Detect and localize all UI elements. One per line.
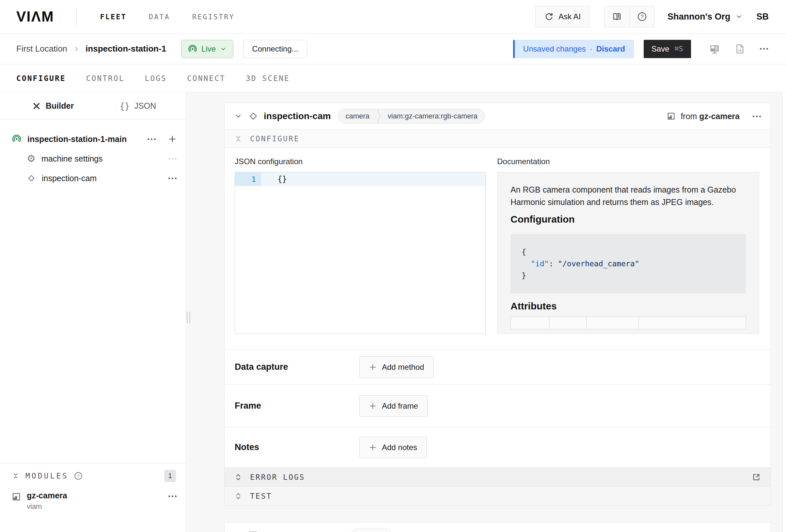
tab-logs[interactable]: LOGS — [145, 74, 167, 83]
ask-ai-sparkle-icon — [544, 12, 554, 22]
save-label: Save — [651, 44, 669, 53]
unsaved-separator: · — [590, 44, 593, 53]
builder-label: Builder — [46, 101, 74, 111]
module-name: gz-camera — [27, 491, 67, 500]
open-logs-external-icon[interactable] — [752, 472, 761, 482]
documentation-column: Documentation An RGB camera component th… — [497, 157, 759, 334]
component-menu[interactable] — [753, 116, 761, 117]
connecting-button[interactable]: Connecting... — [243, 40, 307, 58]
main-scrollbar[interactable] — [782, 93, 786, 532]
user-avatar[interactable]: SB — [756, 12, 769, 22]
module-menu[interactable] — [168, 495, 177, 497]
component-name: inspection-cam — [264, 111, 331, 121]
part-menu[interactable] — [147, 138, 156, 140]
machine-bar-icons — [709, 43, 768, 54]
add-component-icon[interactable] — [168, 135, 177, 143]
module-icon — [667, 112, 675, 120]
question-circle-icon: ? — [637, 11, 647, 22]
machine-overflow-menu[interactable] — [760, 48, 768, 50]
tree-item-machine-settings[interactable]: ⚙ machine settings — [0, 149, 186, 168]
breadcrumb-machine-name: inspection-station-1 — [86, 44, 166, 54]
frame-section: Frame Add frame — [225, 385, 771, 427]
notes-label: Notes — [235, 442, 360, 453]
doc-code-block: { "id": "/overhead_camera" } — [510, 234, 746, 294]
documentation-panel[interactable]: An RGB camera component that reads image… — [497, 172, 759, 334]
modules-header[interactable]: MODULES ? 1 — [0, 463, 186, 488]
from-module-name: gz-camera — [699, 112, 740, 121]
configure-section-bar[interactable]: CONFIGURE — [225, 129, 771, 148]
org-switcher[interactable]: Shannon's Org — [668, 12, 743, 22]
builder-mode-toggle[interactable]: Builder — [32, 101, 74, 111]
expand-icon — [234, 492, 242, 500]
module-card-gz-camera: gz-camera by viam module Registry — [224, 522, 771, 532]
add-notes-label: Add notes — [382, 443, 417, 452]
viam-logo: VIΛM — [16, 8, 54, 25]
add-notes-button[interactable]: Add notes — [360, 437, 426, 458]
machine-settings-menu[interactable] — [168, 158, 177, 160]
documentation-button[interactable] — [604, 6, 629, 27]
inspection-cam-menu[interactable] — [168, 178, 177, 179]
help-button[interactable]: ? — [629, 6, 654, 27]
doc-code-line: } — [522, 270, 735, 281]
component-type: camera — [338, 112, 376, 120]
report-file-icon[interactable] — [735, 44, 745, 54]
ask-ai-button[interactable]: Ask AI — [535, 6, 590, 27]
ask-ai-label: Ask AI — [558, 12, 581, 21]
plus-icon — [369, 402, 377, 410]
badge-separator — [377, 109, 380, 124]
collapse-icon — [234, 135, 242, 143]
top-nav: VIΛM FLEET DATA REGISTRY Ask AI — [0, 0, 786, 33]
doc-code-line: { — [522, 246, 735, 258]
nav-tab-data[interactable]: DATA — [149, 13, 170, 21]
book-icon — [612, 11, 622, 22]
doc-attributes-table — [510, 316, 746, 329]
frame-label: Frame — [235, 401, 360, 411]
monitor-icon[interactable] — [709, 43, 720, 54]
config-main-area: inspection-cam camera viam:gz-camera:rgb… — [186, 93, 786, 532]
documentation-label: Documentation — [497, 157, 759, 166]
json-mode-toggle[interactable]: {} JSON — [119, 101, 156, 111]
chevron-down-icon — [735, 13, 743, 20]
save-button[interactable]: Save ⌘S — [644, 40, 691, 58]
svg-text:?: ? — [641, 14, 643, 20]
tab-configure[interactable]: CONFIGURE — [16, 74, 66, 83]
gear-icon: ⚙ — [27, 154, 36, 163]
module-badge: module — [351, 528, 392, 532]
unsaved-changes-banner: Unsaved changes · Discard — [513, 40, 634, 58]
module-list-item[interactable]: gz-camera viam — [0, 488, 186, 511]
doc-configuration-heading: Configuration — [510, 214, 746, 225]
plus-icon — [369, 363, 377, 371]
doc-description: An RGB camera component that reads image… — [510, 183, 746, 208]
tree-item-machine-part[interactable]: inspection-station-1-main — [0, 129, 186, 149]
svg-text:?: ? — [77, 473, 79, 479]
sidebar-resize-handle[interactable] — [187, 312, 190, 323]
tab-3d-scene[interactable]: 3D SCENE — [246, 74, 290, 83]
test-bar[interactable]: TEST — [225, 486, 771, 505]
expand-icon — [234, 473, 242, 481]
tab-connect[interactable]: CONNECT — [187, 74, 226, 83]
collapse-card-chevron-icon[interactable] — [234, 112, 242, 120]
breadcrumb-location[interactable]: First Location — [16, 44, 67, 54]
add-frame-button[interactable]: Add frame — [360, 395, 427, 417]
save-shortcut: ⌘S — [675, 45, 684, 53]
tree-item-inspection-cam[interactable]: inspection-cam — [0, 168, 186, 188]
json-config-editor[interactable]: 1 {} — [235, 172, 486, 334]
add-method-button[interactable]: Add method — [360, 356, 434, 378]
machine-part-icon — [12, 134, 22, 144]
tree-item-label: inspection-station-1-main — [27, 135, 126, 144]
add-method-label: Add method — [382, 363, 424, 372]
json-configuration-column: JSON configuration 1 {} — [235, 157, 486, 334]
component-card-header: inspection-cam camera viam:gz-camera:rgb… — [225, 103, 771, 129]
nav-divider — [76, 8, 77, 25]
live-status-dropdown[interactable]: Live — [181, 40, 233, 58]
modules-help-icon[interactable]: ? — [74, 471, 83, 481]
error-logs-bar[interactable]: ERROR LOGS — [225, 467, 771, 486]
error-logs-label: ERROR LOGS — [250, 473, 305, 481]
modules-count-badge: 1 — [164, 470, 176, 482]
nav-tab-registry[interactable]: REGISTRY — [192, 13, 235, 21]
discard-link[interactable]: Discard — [596, 44, 625, 53]
collapse-icon — [12, 471, 20, 480]
nav-tab-fleet[interactable]: FLEET — [100, 13, 126, 21]
tab-control[interactable]: CONTROL — [86, 74, 125, 83]
configure-section-body: JSON configuration 1 {} Documentation An… — [225, 148, 771, 349]
